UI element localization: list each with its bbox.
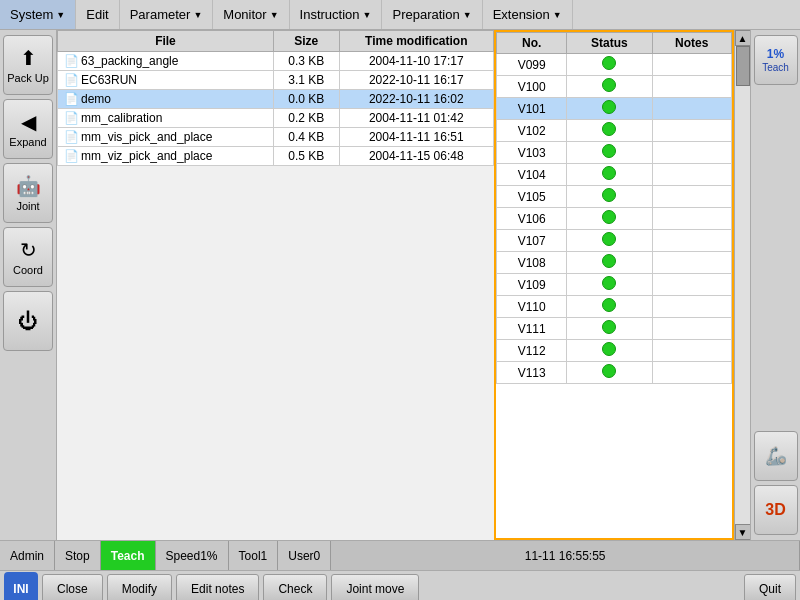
file-name: 📄demo <box>58 90 274 109</box>
status-notes <box>652 142 731 164</box>
status-table-row[interactable]: V106 <box>497 208 732 230</box>
robot-view-btn[interactable]: 🦾 <box>754 431 798 481</box>
file-time: 2022-10-11 16:17 <box>339 71 493 90</box>
col-size: Size <box>273 31 339 52</box>
status-tool: Tool1 <box>229 541 279 570</box>
file-table-row[interactable]: 📄63_packing_angle 0.3 KB 2004-11-10 17:1… <box>58 52 494 71</box>
file-time: 2004-11-11 01:42 <box>339 109 493 128</box>
status-stop: Stop <box>55 541 101 570</box>
status-notes <box>652 186 731 208</box>
status-dot <box>567 164 652 186</box>
edit-notes-button[interactable]: Edit notes <box>176 574 259 601</box>
status-dot <box>567 54 652 76</box>
status-table-row[interactable]: V105 <box>497 186 732 208</box>
status-table-row[interactable]: V110 <box>497 296 732 318</box>
sidebar-btn-expand[interactable]: ◀ Expand <box>3 99 53 159</box>
sidebar-expand-label: Expand <box>9 136 46 148</box>
status-table-row[interactable]: V102 <box>497 120 732 142</box>
modify-button[interactable]: Modify <box>107 574 172 601</box>
status-green-dot <box>602 298 616 312</box>
status-green-dot <box>602 56 616 70</box>
file-table: File Size Time modification 📄63_packing_… <box>57 30 494 166</box>
sidebar-joint-label: Joint <box>16 200 39 212</box>
status-no: V109 <box>497 274 567 296</box>
status-teach: Teach <box>101 541 156 570</box>
right-sidebar: 1% Teach 🦾 3D <box>750 30 800 540</box>
status-dot <box>567 340 652 362</box>
file-icon: 📄 <box>64 92 79 106</box>
status-dot <box>567 142 652 164</box>
status-table-row[interactable]: V101 <box>497 98 732 120</box>
menu-instruction-arrow: ▼ <box>363 10 372 20</box>
scroll-down-btn[interactable]: ▼ <box>735 524 751 540</box>
menubar: System ▼ Edit Parameter ▼ Monitor ▼ Inst… <box>0 0 800 30</box>
menu-edit[interactable]: Edit <box>76 0 119 29</box>
status-no: V107 <box>497 230 567 252</box>
packup-icon: ⬆ <box>20 46 37 70</box>
status-green-dot <box>602 144 616 158</box>
menu-parameter[interactable]: Parameter ▼ <box>120 0 214 29</box>
status-notes <box>652 252 731 274</box>
scroll-track <box>735 46 751 524</box>
status-notes <box>652 318 731 340</box>
quit-button[interactable]: Quit <box>744 574 796 601</box>
menu-extension[interactable]: Extension ▼ <box>483 0 573 29</box>
file-table-wrap[interactable]: File Size Time modification 📄63_packing_… <box>57 30 494 540</box>
table-container: File Size Time modification 📄63_packing_… <box>57 30 750 540</box>
menu-parameter-arrow: ▼ <box>193 10 202 20</box>
bottom-bar: INI Close Modify Edit notes Check Joint … <box>0 570 800 600</box>
scroll-thumb[interactable] <box>736 46 750 86</box>
menu-instruction[interactable]: Instruction ▼ <box>290 0 383 29</box>
close-button[interactable]: Close <box>42 574 103 601</box>
status-table-row[interactable]: V100 <box>497 76 732 98</box>
status-table-row[interactable]: V104 <box>497 164 732 186</box>
sidebar-btn-packup[interactable]: ⬆ Pack Up <box>3 35 53 95</box>
teach-pct-btn[interactable]: 1% Teach <box>754 35 798 85</box>
file-table-row[interactable]: 📄EC63RUN 3.1 KB 2022-10-11 16:17 <box>58 71 494 90</box>
status-green-dot <box>602 188 616 202</box>
status-table-row[interactable]: V113 <box>497 362 732 384</box>
status-dot <box>567 296 652 318</box>
file-time: 2004-11-15 06:48 <box>339 147 493 166</box>
sidebar-packup-label: Pack Up <box>7 72 49 84</box>
menu-system[interactable]: System ▼ <box>0 0 76 29</box>
menu-monitor[interactable]: Monitor ▼ <box>213 0 289 29</box>
file-name: 📄63_packing_angle <box>58 52 274 71</box>
file-table-row[interactable]: 📄demo 0.0 KB 2022-10-11 16:02 <box>58 90 494 109</box>
menu-preparation[interactable]: Preparation ▼ <box>382 0 482 29</box>
menu-monitor-label: Monitor <box>223 7 266 22</box>
status-table-row[interactable]: V108 <box>497 252 732 274</box>
file-table-row[interactable]: 📄mm_vis_pick_and_place 0.4 KB 2004-11-11… <box>58 128 494 147</box>
status-no: V106 <box>497 208 567 230</box>
main-layout: ⬆ Pack Up ◀ Expand 🤖 Joint ↻ Coord ⏻ <box>0 30 800 540</box>
status-user: User0 <box>278 541 331 570</box>
status-notes <box>652 230 731 252</box>
menu-edit-label: Edit <box>86 7 108 22</box>
menu-extension-label: Extension <box>493 7 550 22</box>
3d-view-btn[interactable]: 3D <box>754 485 798 535</box>
file-table-row[interactable]: 📄mm_calibration 0.2 KB 2004-11-11 01:42 <box>58 109 494 128</box>
sidebar-btn-power[interactable]: ⏻ <box>3 291 53 351</box>
status-bar: Admin Stop Teach Speed1% Tool1 User0 11-… <box>0 540 800 570</box>
robot-view-icon: 🦾 <box>765 445 787 467</box>
status-dot <box>567 186 652 208</box>
sidebar-btn-joint[interactable]: 🤖 Joint <box>3 163 53 223</box>
status-notes <box>652 54 731 76</box>
right-sidebar-bottom: 🦾 3D <box>754 431 798 535</box>
status-green-dot <box>602 320 616 334</box>
file-table-row[interactable]: 📄mm_viz_pick_and_place 0.5 KB 2004-11-15… <box>58 147 494 166</box>
status-table-row[interactable]: V107 <box>497 230 732 252</box>
status-no: V102 <box>497 120 567 142</box>
status-notes <box>652 98 731 120</box>
check-button[interactable]: Check <box>263 574 327 601</box>
scroll-up-btn[interactable]: ▲ <box>735 30 751 46</box>
joint-move-button[interactable]: Joint move <box>331 574 419 601</box>
status-table-row[interactable]: V109 <box>497 274 732 296</box>
sidebar-coord-label: Coord <box>13 264 43 276</box>
status-table-row[interactable]: V112 <box>497 340 732 362</box>
status-table-row[interactable]: V103 <box>497 142 732 164</box>
status-table-wrap[interactable]: No. Status Notes V099 V100 V101 V102 V10… <box>494 30 734 540</box>
status-table-row[interactable]: V099 <box>497 54 732 76</box>
sidebar-btn-coord[interactable]: ↻ Coord <box>3 227 53 287</box>
status-table-row[interactable]: V111 <box>497 318 732 340</box>
